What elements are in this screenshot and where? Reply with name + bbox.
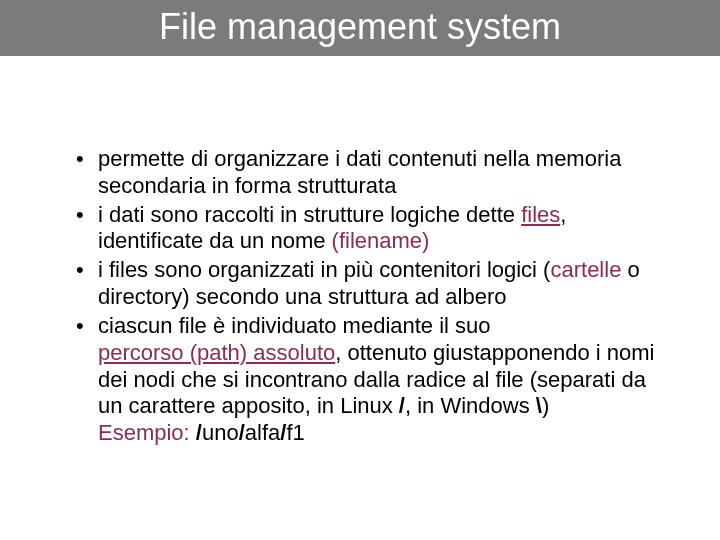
bullet-item: i files sono organizzati in più contenit… [70, 257, 660, 311]
keyword-path: percorso (path) assoluto [98, 340, 335, 365]
bullet-item: i dati sono raccolti in strutture logich… [70, 202, 660, 256]
bullet-text: ) [542, 393, 549, 418]
bullet-text: i dati sono raccolti in strutture logich… [98, 202, 521, 227]
keyword-cartelle: cartelle [550, 257, 621, 282]
keyword-files: files [521, 202, 560, 227]
bullet-text: i files sono organizzati in più contenit… [98, 257, 550, 282]
bullet-text: ciascun file è individuato mediante il s… [98, 313, 491, 338]
example-segment: alfa [245, 420, 280, 445]
bullet-item: ciascun file è individuato mediante il s… [70, 313, 660, 447]
keyword-filename: (filename) [332, 228, 430, 253]
slide-title: File management system [40, 6, 680, 48]
bullet-list: permette di organizzare i dati contenuti… [70, 146, 660, 447]
example-segment: uno [202, 420, 239, 445]
example-segment: f1 [286, 420, 304, 445]
slide-content: permette di organizzare i dati contenuti… [0, 56, 720, 447]
bullet-item: permette di organizzare i dati contenuti… [70, 146, 660, 200]
bullet-text: , in Windows [405, 393, 536, 418]
example-label: Esempio: [98, 420, 190, 445]
slide: File management system permette di organ… [0, 0, 720, 540]
bullet-text: permette di organizzare i dati contenuti… [98, 146, 621, 198]
title-bar: File management system [0, 0, 720, 56]
